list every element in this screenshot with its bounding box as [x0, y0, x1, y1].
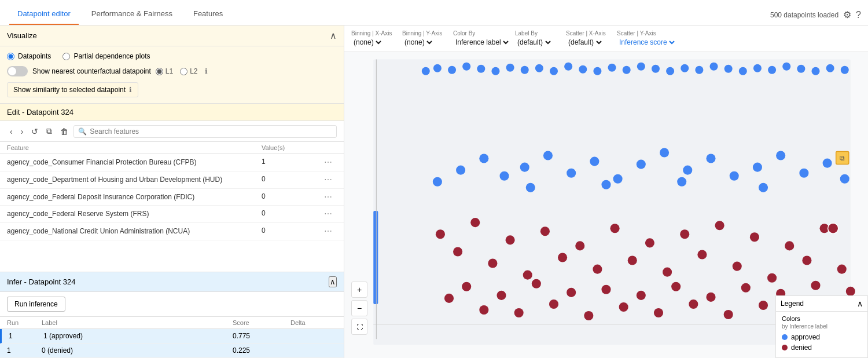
chart-controls: Binning | X-Axis (none) Binning | Y-Axis… [344, 25, 868, 52]
svg-point-36 [520, 163, 529, 172]
result-run: 1 [7, 346, 42, 355]
binning-y-dropdown[interactable]: (none) [402, 38, 434, 47]
svg-point-58 [470, 218, 480, 227]
svg-point-55 [759, 183, 768, 192]
expand-btn[interactable]: ⛶ [351, 319, 367, 335]
scatter-x-select[interactable]: (default) [566, 38, 612, 47]
feature-menu-btn[interactable]: ⋯ [319, 227, 337, 236]
zoom-out-btn[interactable]: − [351, 300, 367, 316]
svg-point-94 [689, 299, 698, 309]
color-by-dropdown[interactable]: Inference label [453, 38, 510, 47]
duplicate-btn[interactable]: ⧉ [43, 125, 55, 138]
svg-point-76 [785, 241, 794, 250]
svg-point-4 [433, 64, 442, 72]
feature-menu-btn[interactable]: ⋯ [319, 175, 337, 184]
svg-point-45 [730, 171, 739, 181]
reset-btn[interactable]: ↺ [28, 125, 41, 138]
feature-name: agency_code_National Credit Union Admini… [7, 227, 262, 236]
feature-menu-btn[interactable]: ⋯ [319, 192, 337, 202]
svg-point-24 [724, 65, 733, 73]
feature-name: agency_code_Federal Deposit Insurance Co… [7, 192, 262, 202]
radio-datapoints[interactable]: Datapoints [7, 52, 51, 60]
table-row: agency_code_Federal Deposit Insurance Co… [0, 189, 344, 206]
binning-x-control: Binning | X-Axis (none) [351, 30, 398, 47]
tab-features[interactable]: Features [185, 3, 231, 25]
svg-point-15 [593, 67, 601, 75]
scatter-y-dropdown[interactable]: Inference score [617, 38, 676, 47]
counterfactual-toggle-row: Show nearest counterfactual datapoint L1… [7, 66, 337, 76]
svg-point-85 [532, 279, 541, 288]
left-panel: Visualize ∧ Datapoints Partial dependenc… [0, 25, 344, 358]
binning-y-select[interactable]: (none) [402, 38, 448, 47]
zoom-in-btn[interactable]: + [351, 282, 367, 298]
edit-title: Edit - Datapoint 324 [7, 108, 73, 116]
svg-point-59 [488, 259, 497, 268]
svg-point-47 [776, 151, 785, 160]
svg-point-3 [422, 67, 430, 75]
scatter-y-select[interactable]: Inference score [617, 38, 676, 47]
svg-point-40 [613, 174, 623, 184]
table-row: agency_code_Consumer Financial Protectio… [0, 154, 344, 171]
svg-point-39 [590, 157, 599, 166]
svg-point-50 [840, 174, 849, 184]
result-delta [290, 332, 337, 340]
inference-result-row: 1 0 (denied) 0.225 [0, 344, 344, 358]
l1-radio[interactable]: L1 [156, 67, 173, 75]
infer-title: Infer - Datapoint 324 [7, 277, 76, 286]
l2-radio[interactable]: L2 [180, 67, 197, 75]
scatter-x-label: Scatter | X-Axis [566, 30, 612, 36]
svg-point-35 [499, 171, 509, 181]
color-by-select[interactable]: Inference label [453, 38, 510, 47]
svg-point-21 [681, 64, 689, 72]
visualize-collapse-btn[interactable]: ∧ [330, 30, 337, 41]
svg-point-56 [436, 229, 445, 239]
visualize-content: Datapoints Partial dependence plots Show… [0, 46, 344, 104]
col-delta-header: Delta [290, 319, 337, 326]
radio-pdp[interactable]: Partial dependence plots [62, 52, 150, 60]
visualize-section: Visualize ∧ Datapoints Partial dependenc… [0, 25, 344, 104]
feature-menu-btn[interactable]: ⋯ [319, 158, 337, 167]
feature-name: agency_code_Department of Housing and Ur… [7, 175, 262, 185]
settings-icon[interactable]: ⚙ [843, 9, 851, 20]
infer-collapse-btn[interactable]: ∧ [329, 276, 337, 287]
svg-point-98 [759, 301, 768, 310]
table-row: agency_code_National Credit Union Admini… [0, 223, 344, 240]
nav-right: 500 datapoints loaded ⚙ ? [770, 9, 861, 20]
similarity-btn-label: Show similarity to selected datapoint [13, 86, 126, 94]
svg-point-103 [846, 287, 855, 296]
binning-x-select[interactable]: (none) [351, 38, 398, 47]
next-datapoint-btn[interactable]: › [18, 125, 27, 138]
tab-performance-fairness[interactable]: Performance & Fairness [83, 3, 181, 25]
svg-point-53 [601, 180, 610, 189]
counterfactual-toggle[interactable] [7, 66, 28, 76]
binning-x-dropdown[interactable]: (none) [351, 38, 383, 47]
binning-y-label: Binning | Y-Axis [402, 30, 448, 36]
svg-point-52 [526, 183, 535, 192]
prev-datapoint-btn[interactable]: ‹ [7, 125, 16, 138]
scatter-x-dropdown[interactable]: (default) [566, 38, 604, 47]
feature-menu-btn[interactable]: ⋯ [319, 209, 337, 218]
search-features-box[interactable]: 🔍 [73, 125, 337, 138]
svg-point-73 [733, 262, 742, 271]
legend-collapse-btn[interactable]: ∧ [857, 299, 863, 308]
svg-point-27 [768, 66, 776, 74]
svg-text:⧉: ⧉ [840, 154, 845, 162]
svg-point-71 [697, 250, 707, 259]
label-by-dropdown[interactable]: (default) [515, 38, 553, 47]
infer-section: Infer - Datapoint 324 ∧ Run inference Ru… [0, 272, 344, 358]
svg-point-95 [706, 293, 715, 302]
tab-datapoint-editor[interactable]: Datapoint editor [9, 3, 79, 25]
svg-point-72 [715, 221, 724, 230]
search-features-input[interactable] [90, 127, 332, 136]
svg-point-20 [666, 67, 674, 75]
inference-result-row: 1 1 (approved) 0.775 [0, 329, 344, 344]
label-by-select[interactable]: (default) [515, 38, 561, 47]
delete-btn[interactable]: 🗑 [57, 125, 71, 138]
run-inference-btn[interactable]: Run inference [7, 297, 65, 312]
svg-point-18 [637, 63, 645, 71]
svg-point-77 [802, 255, 811, 265]
similarity-btn[interactable]: Show similarity to selected datapoint ℹ [7, 82, 138, 97]
help-icon[interactable]: ? [856, 10, 861, 20]
svg-point-41 [637, 160, 646, 169]
svg-point-25 [739, 67, 747, 75]
